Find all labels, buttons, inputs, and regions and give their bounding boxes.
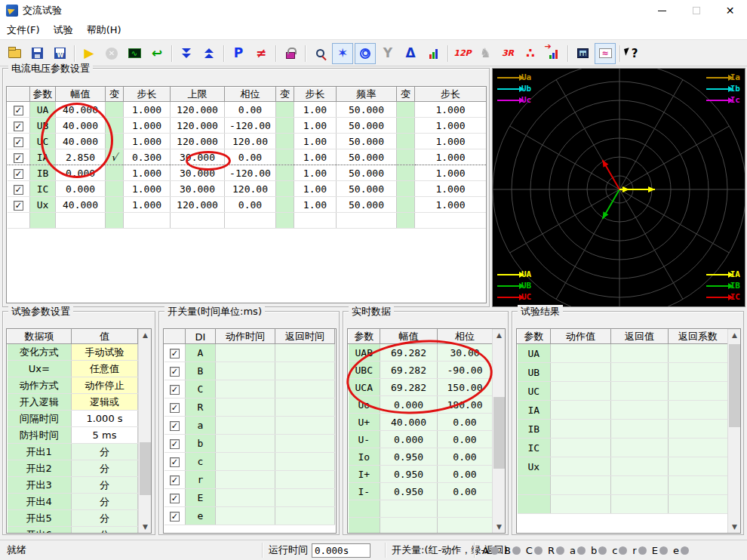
cell-amp-step[interactable]: 1.000 <box>124 118 171 134</box>
row-checkbox[interactable]: ✓ <box>170 457 180 467</box>
cell-amp-step[interactable]: 1.000 <box>124 181 171 197</box>
cell-value[interactable]: 分 <box>72 527 138 534</box>
waveform-icon[interactable]: ≈ <box>595 43 616 64</box>
calculator-icon[interactable] <box>572 43 593 64</box>
help-icon[interactable]: ? <box>624 43 645 64</box>
cell-value[interactable]: 分 <box>72 510 138 527</box>
cell-amp-var[interactable] <box>106 197 124 213</box>
cell-freq-step[interactable]: 1.000 <box>415 181 487 197</box>
cell-value[interactable]: 1.000 s <box>72 411 138 427</box>
cell-freq-var[interactable] <box>397 118 415 134</box>
cell-limit[interactable]: 120.000 <box>171 197 225 213</box>
row-checkbox[interactable]: ✓ <box>170 439 180 449</box>
cell-freq-var[interactable] <box>397 165 415 181</box>
row-checkbox[interactable]: ✓ <box>14 201 23 211</box>
cell-phase-var[interactable] <box>276 181 294 197</box>
row-checkbox[interactable]: ✓ <box>170 367 180 377</box>
save-icon[interactable] <box>26 43 48 64</box>
cell-freq-var[interactable] <box>397 197 415 213</box>
cell-amplitude[interactable]: 0.000 <box>56 165 106 181</box>
cell-value[interactable]: 逻辑或 <box>72 394 138 411</box>
open-icon[interactable] <box>4 43 25 64</box>
cell-check[interactable]: ✓ <box>164 344 186 362</box>
scroll-down-icon[interactable]: ▼ <box>493 521 506 533</box>
cell-amp-var[interactable] <box>106 213 124 229</box>
cell-value[interactable]: 分 <box>72 460 138 477</box>
cell-freq-var[interactable] <box>397 181 415 197</box>
cell-check[interactable]: ✓ <box>8 102 30 118</box>
cell-limit[interactable]: 30.000 <box>171 165 225 181</box>
realtime-scrollbar[interactable]: ▲ ▼ <box>492 329 505 533</box>
cell-freq-step[interactable] <box>415 213 487 229</box>
3r-icon[interactable]: 3R <box>497 43 518 64</box>
cell-check[interactable]: ✓ <box>164 489 186 507</box>
12p-icon[interactable]: 12P <box>452 43 473 64</box>
cell-check[interactable]: ✓ <box>8 197 30 213</box>
scroll-thumb[interactable] <box>729 344 740 427</box>
cell-amp-step[interactable] <box>124 213 171 229</box>
cell-phase-step[interactable]: 1.00 <box>294 118 337 134</box>
cell-freq-step[interactable]: 1.000 <box>415 102 487 118</box>
cell-amp-var[interactable] <box>106 118 124 134</box>
scroll-down-icon[interactable]: ▼ <box>728 521 741 533</box>
cell-phase-step[interactable]: 1.00 <box>294 102 337 118</box>
cell-check[interactable]: ✓ <box>164 380 186 398</box>
row-checkbox[interactable]: ✓ <box>14 153 23 163</box>
cell-phase-var[interactable] <box>276 165 294 181</box>
scroll-thumb[interactable] <box>140 442 151 495</box>
cell-phase-step[interactable]: 1.00 <box>294 134 337 149</box>
save-report-icon[interactable] <box>49 43 70 64</box>
menu-file[interactable]: 文件(F) <box>0 21 47 39</box>
cell-freq-step[interactable]: 1.000 <box>415 197 487 213</box>
cell-check[interactable]: ✓ <box>164 362 186 380</box>
scroll-up-icon[interactable]: ▲ <box>493 329 506 341</box>
cell-amplitude[interactable] <box>56 213 106 229</box>
cell-check[interactable]: ✓ <box>164 453 186 471</box>
test-params-scrollbar[interactable]: ▲ ▼ <box>138 329 151 533</box>
cell-freq-step[interactable]: 1.000 <box>415 149 487 165</box>
cell-phase-var[interactable] <box>276 118 294 134</box>
cell-freq-step[interactable]: 1.000 <box>415 134 487 149</box>
scroll-up-icon[interactable]: ▲ <box>139 329 152 341</box>
cell-check[interactable]: ✓ <box>164 417 186 435</box>
cell-value[interactable]: 分 <box>72 477 138 494</box>
row-checkbox[interactable]: ✓ <box>14 137 23 147</box>
cell-freq[interactable] <box>337 213 397 229</box>
cell-amp-step[interactable]: 1.000 <box>124 165 171 181</box>
cell-freq[interactable]: 50.000 <box>337 181 397 197</box>
target-rings-icon[interactable] <box>355 43 376 64</box>
stop-test-icon[interactable]: ✕ <box>101 43 122 64</box>
cell-value[interactable]: 手动试验 <box>72 344 138 361</box>
cell-amp-var[interactable] <box>106 134 124 149</box>
cell-phase-var[interactable] <box>276 213 294 229</box>
cell-check[interactable]: ✓ <box>8 149 30 165</box>
scroll-up-icon[interactable]: ▲ <box>728 329 741 341</box>
row-checkbox[interactable]: ✓ <box>14 122 23 131</box>
wye-icon[interactable]: Y <box>377 43 398 64</box>
flag-p-icon[interactable]: P <box>228 43 249 64</box>
cell-freq-var[interactable] <box>397 213 415 229</box>
cell-freq[interactable]: 50.000 <box>337 149 397 165</box>
close-button[interactable]: ✕ <box>713 0 747 21</box>
row-checkbox[interactable]: ✓ <box>14 169 23 179</box>
oscilloscope-icon[interactable]: ∿ <box>124 43 145 64</box>
step-down-icon[interactable] <box>176 43 197 64</box>
cell-phase[interactable]: 0.00 <box>225 197 276 213</box>
cell-phase[interactable]: 0.00 <box>225 102 276 118</box>
cell-amplitude[interactable]: 40.000 <box>56 134 106 149</box>
cell-freq[interactable]: 50.000 <box>337 165 397 181</box>
cell-limit[interactable] <box>171 213 225 229</box>
cell-freq-var[interactable] <box>397 149 415 165</box>
harmonic-bars-icon[interactable] <box>423 43 444 64</box>
row-checkbox[interactable]: ✓ <box>14 106 23 115</box>
cell-check[interactable]: ✓ <box>8 165 30 181</box>
cell-amp-step[interactable]: 1.000 <box>124 134 171 149</box>
cell-value[interactable]: 5 ms <box>72 427 138 444</box>
cell-value[interactable]: 分 <box>72 494 138 510</box>
results-scrollbar[interactable]: ▲ ▼ <box>727 329 740 533</box>
cell-phase[interactable]: 0.00 <box>225 149 276 165</box>
cell-phase-step[interactable]: 1.00 <box>294 197 337 213</box>
step-up-icon[interactable] <box>198 43 220 64</box>
cell-amp-step[interactable]: 0.300 <box>124 149 171 165</box>
scroll-thumb[interactable] <box>493 397 505 469</box>
